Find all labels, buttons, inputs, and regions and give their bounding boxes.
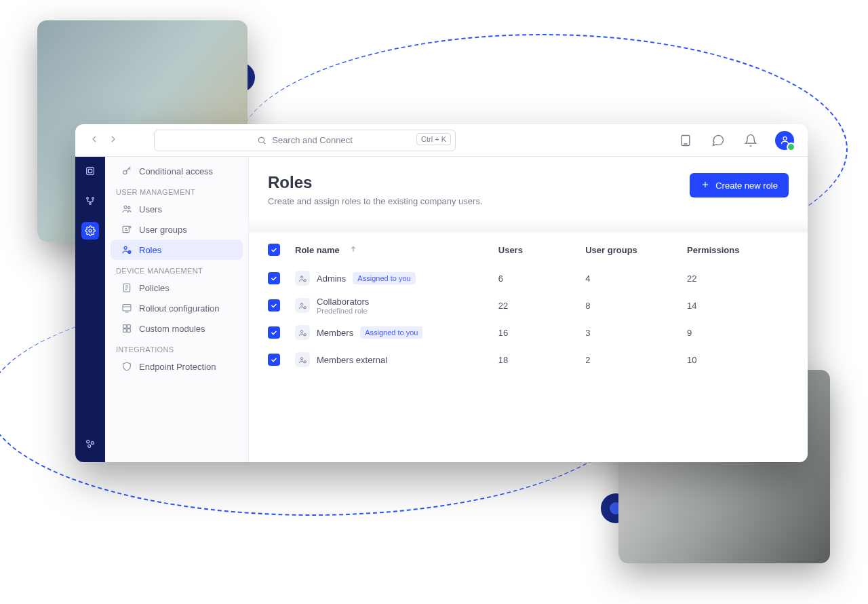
svg-point-12 (91, 442, 94, 445)
svg-point-8 (92, 197, 94, 200)
svg-rect-17 (123, 226, 129, 232)
cell-groups: 4 (585, 273, 687, 284)
col-permissions[interactable]: Permissions (687, 245, 739, 255)
svg-point-35 (304, 333, 306, 335)
nav-back-icon[interactable] (89, 134, 100, 147)
sidebar-item-policies[interactable]: Policies (111, 278, 243, 298)
sidebar-label: Roles (139, 245, 161, 255)
cell-users: 22 (498, 301, 585, 311)
cell-groups: 2 (585, 355, 687, 365)
sidebar-item-endpoint-protection[interactable]: Endpoint Protection (111, 356, 243, 377)
sidebar-item-custom-modules[interactable]: Custom modules (111, 318, 243, 339)
col-users[interactable]: Users (498, 245, 523, 255)
role-name: Admins (317, 273, 346, 284)
svg-point-31 (304, 279, 306, 281)
assigned-tag: Assigned to you (353, 272, 415, 284)
cell-groups: 8 (585, 301, 687, 311)
cell-permissions: 10 (687, 355, 789, 365)
svg-rect-5 (87, 168, 94, 175)
sort-asc-icon[interactable] (349, 245, 357, 255)
chat-icon[interactable] (711, 134, 725, 147)
role-name: Members external (317, 355, 387, 365)
cell-permissions: 9 (687, 328, 789, 338)
svg-point-36 (300, 357, 302, 359)
sidebar-label: Users (139, 204, 162, 214)
page-title: Roles (268, 173, 483, 192)
user-group-icon (121, 224, 132, 235)
col-groups[interactable]: User groups (585, 245, 637, 255)
row-checkbox[interactable] (268, 299, 280, 312)
svg-rect-6 (88, 169, 92, 172)
svg-point-30 (300, 276, 302, 278)
row-checkbox[interactable] (268, 326, 280, 339)
sidebar-label: Custom modules (139, 324, 205, 334)
rail-item-apps[interactable] (81, 435, 99, 453)
svg-point-4 (783, 137, 787, 140)
role-name: Collaborators (317, 297, 369, 307)
sidebar-section-user: USER MANAGEMENT (105, 181, 248, 199)
table-row[interactable]: AdminsAssigned to you6422 (268, 265, 789, 292)
svg-point-32 (300, 303, 302, 305)
create-role-button[interactable]: Create new role (690, 173, 789, 197)
svg-rect-25 (123, 329, 127, 333)
svg-rect-24 (127, 325, 131, 328)
svg-line-1 (264, 142, 265, 143)
module-icon (121, 323, 132, 334)
app-window: Search and Connect Ctrl + K Con (75, 124, 808, 462)
table-header: Role name Users User groups Permissions (268, 235, 789, 265)
user-avatar[interactable] (775, 131, 794, 150)
table-row[interactable]: MembersAssigned to you1639 (268, 319, 789, 346)
sidebar: Conditional access USER MANAGEMENT Users… (105, 157, 249, 462)
row-checkbox[interactable] (268, 354, 280, 366)
sidebar-item-roles[interactable]: Roles (111, 240, 243, 260)
search-placeholder: Search and Connect (272, 135, 353, 145)
sidebar-section-integrations: INTEGRATIONS (105, 339, 248, 356)
svg-point-33 (304, 306, 306, 308)
search-input[interactable]: Search and Connect Ctrl + K (154, 130, 456, 151)
sidebar-label: Endpoint Protection (139, 362, 216, 372)
role-icon (295, 352, 310, 367)
rail-item-settings[interactable] (81, 222, 99, 240)
svg-point-0 (259, 137, 264, 143)
sidebar-item-users[interactable]: Users (111, 199, 243, 219)
svg-point-13 (88, 445, 91, 447)
svg-point-7 (87, 197, 89, 200)
page-subtitle: Create and assign roles to the existing … (268, 196, 483, 206)
table-row[interactable]: Members external18210 (268, 346, 789, 373)
select-all-checkbox[interactable] (268, 244, 280, 256)
cell-permissions: 14 (687, 301, 789, 311)
svg-point-9 (90, 203, 92, 205)
plus-icon (701, 180, 710, 191)
role-name: Members (317, 328, 353, 338)
devices-icon[interactable] (679, 134, 692, 147)
sidebar-item-rollout[interactable]: Rollout configuration (111, 298, 243, 318)
bell-icon[interactable] (744, 134, 757, 147)
rail-item-branch[interactable] (81, 192, 99, 210)
cell-permissions: 22 (687, 273, 789, 284)
users-icon (121, 204, 132, 214)
cell-users: 6 (498, 273, 585, 284)
header-divider (249, 220, 808, 235)
key-icon (121, 166, 132, 176)
sidebar-label: Policies (139, 283, 170, 293)
col-role-name[interactable]: Role name (295, 245, 340, 255)
table-row[interactable]: CollaboratorsPredefined role22814 (268, 292, 789, 319)
roles-table: Role name Users User groups Permissions … (249, 235, 808, 373)
policy-icon (121, 282, 132, 293)
rail-item-dashboard[interactable] (81, 162, 99, 180)
role-subtitle: Predefined role (317, 307, 369, 315)
topbar: Search and Connect Ctrl + K (75, 124, 808, 157)
svg-point-14 (123, 170, 127, 174)
create-role-label: Create new role (715, 181, 778, 191)
main-pane: Roles Create and assign roles to the exi… (249, 157, 808, 462)
nav-forward-icon[interactable] (108, 134, 119, 147)
sidebar-label: Rollout configuration (139, 303, 220, 314)
svg-point-18 (129, 226, 131, 228)
sidebar-item-conditional-access[interactable]: Conditional access (111, 161, 243, 181)
sidebar-item-user-groups[interactable]: User groups (111, 219, 243, 240)
svg-rect-23 (123, 325, 127, 328)
svg-rect-26 (127, 329, 131, 333)
page-header: Roles Create and assign roles to the exi… (249, 157, 808, 206)
row-checkbox[interactable] (268, 272, 280, 284)
svg-point-19 (124, 246, 127, 249)
